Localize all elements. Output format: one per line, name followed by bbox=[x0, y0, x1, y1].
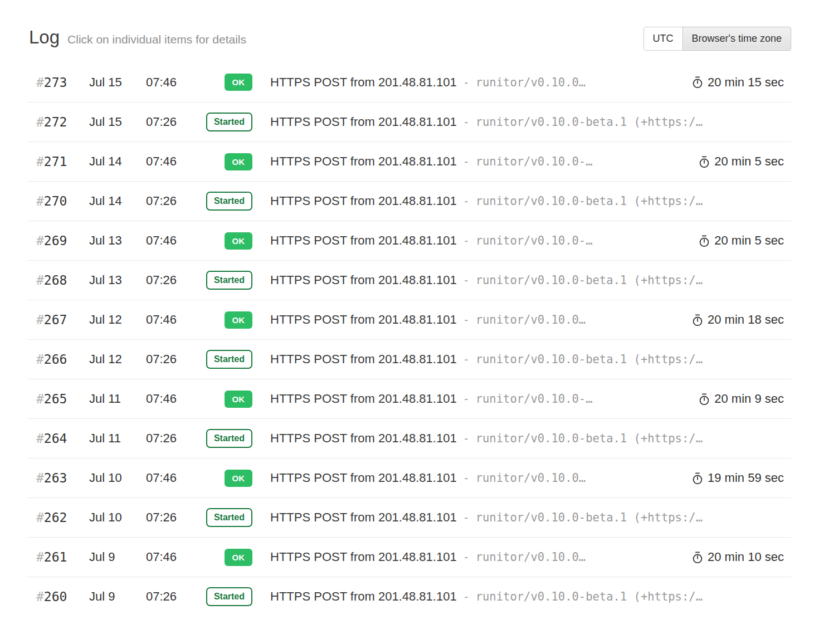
row-date: Jul 9 bbox=[81, 550, 138, 564]
row-description: HTTPS POST from 201.48.81.101-runitor/v0… bbox=[270, 115, 791, 129]
row-number-hash: # bbox=[36, 471, 44, 485]
stopwatch-icon bbox=[698, 393, 710, 406]
log-row[interactable]: #270 Jul 14 07:26 Started HTTPS POST fro… bbox=[28, 181, 791, 221]
row-separator: - bbox=[463, 194, 470, 208]
row-date: Jul 12 bbox=[81, 313, 138, 327]
row-time: 07:46 bbox=[138, 550, 195, 564]
log-row[interactable]: #261 Jul 9 07:46 OK HTTPS POST from 201.… bbox=[28, 537, 791, 577]
row-number: #267 bbox=[28, 313, 81, 327]
row-time: 07:46 bbox=[138, 471, 195, 485]
row-number-value: 266 bbox=[44, 352, 67, 367]
row-separator: - bbox=[463, 274, 470, 287]
row-agent: runitor/v0.10.0… bbox=[476, 471, 586, 485]
row-message: HTTPS POST from 201.48.81.101 bbox=[270, 313, 457, 327]
row-date: Jul 10 bbox=[81, 510, 138, 525]
row-number-value: 262 bbox=[44, 510, 67, 525]
log-list: #273 Jul 15 07:46 OK HTTPS POST from 201… bbox=[28, 62, 791, 616]
stopwatch-icon bbox=[691, 551, 704, 564]
log-row[interactable]: #263 Jul 10 07:46 OK HTTPS POST from 201… bbox=[28, 458, 791, 497]
row-number-hash: # bbox=[36, 550, 44, 564]
row-number-value: 272 bbox=[44, 115, 67, 129]
row-time: 07:46 bbox=[138, 392, 195, 406]
row-time: 07:26 bbox=[138, 510, 195, 525]
row-message: HTTPS POST from 201.48.81.101 bbox=[270, 471, 457, 485]
status-badge: Started bbox=[206, 192, 252, 211]
row-separator: - bbox=[463, 511, 470, 524]
row-number-value: 270 bbox=[44, 194, 67, 208]
row-time: 07:46 bbox=[138, 233, 195, 248]
status-badge: OK bbox=[225, 549, 253, 566]
row-date: Jul 13 bbox=[81, 233, 138, 248]
row-number-hash: # bbox=[36, 75, 44, 90]
row-number-value: 267 bbox=[44, 313, 67, 327]
log-row[interactable]: #271 Jul 14 07:46 OK HTTPS POST from 201… bbox=[28, 142, 791, 181]
log-row[interactable]: #273 Jul 15 07:46 OK HTTPS POST from 201… bbox=[28, 62, 791, 102]
row-badge-cell: OK bbox=[195, 232, 252, 250]
row-separator: - bbox=[463, 353, 470, 366]
log-page: Log Click on individual items for detail… bbox=[0, 0, 819, 644]
row-number-hash: # bbox=[36, 589, 44, 604]
row-date: Jul 15 bbox=[81, 115, 138, 129]
log-row[interactable]: #269 Jul 13 07:46 OK HTTPS POST from 201… bbox=[28, 221, 791, 260]
status-badge: OK bbox=[225, 232, 253, 250]
log-row[interactable]: #267 Jul 12 07:46 OK HTTPS POST from 201… bbox=[28, 300, 791, 339]
row-date: Jul 11 bbox=[81, 431, 138, 446]
row-message: HTTPS POST from 201.48.81.101 bbox=[270, 75, 457, 90]
row-description: HTTPS POST from 201.48.81.101-runitor/v0… bbox=[270, 273, 791, 287]
row-agent: runitor/v0.10.0-… bbox=[476, 155, 593, 168]
row-time: 07:46 bbox=[138, 154, 195, 169]
row-number-hash: # bbox=[36, 392, 44, 406]
page-title: Log bbox=[29, 27, 60, 48]
row-badge-cell: OK bbox=[195, 391, 252, 408]
row-date: Jul 13 bbox=[81, 273, 138, 287]
utc-button[interactable]: UTC bbox=[644, 27, 683, 51]
row-description: HTTPS POST from 201.48.81.101-runitor/v0… bbox=[270, 431, 791, 446]
row-description: HTTPS POST from 201.48.81.101-runitor/v0… bbox=[270, 471, 684, 485]
row-agent: runitor/v0.10.0-beta.1 (+https:/… bbox=[476, 115, 703, 129]
row-description: HTTPS POST from 201.48.81.101-runitor/v0… bbox=[270, 392, 690, 406]
row-badge-cell: OK bbox=[195, 549, 252, 566]
row-number: #271 bbox=[28, 154, 81, 169]
row-message: HTTPS POST from 201.48.81.101 bbox=[270, 431, 457, 446]
row-description: HTTPS POST from 201.48.81.101-runitor/v0… bbox=[270, 589, 791, 604]
row-badge-cell: Started bbox=[195, 192, 252, 211]
log-row[interactable]: #265 Jul 11 07:46 OK HTTPS POST from 201… bbox=[28, 379, 791, 418]
row-number-hash: # bbox=[36, 352, 44, 367]
row-time: 07:26 bbox=[138, 115, 195, 129]
row-time: 07:26 bbox=[138, 589, 195, 604]
row-duration: 20 min 5 sec bbox=[698, 233, 791, 248]
row-duration: 20 min 5 sec bbox=[698, 154, 791, 169]
row-message: HTTPS POST from 201.48.81.101 bbox=[270, 550, 457, 564]
row-number-hash: # bbox=[36, 510, 44, 525]
row-description: HTTPS POST from 201.48.81.101-runitor/v0… bbox=[270, 194, 791, 208]
status-badge: OK bbox=[225, 311, 253, 329]
browser-timezone-button[interactable]: Browser's time zone bbox=[682, 27, 792, 51]
row-duration: 20 min 18 sec bbox=[691, 313, 791, 327]
row-description: HTTPS POST from 201.48.81.101-runitor/v0… bbox=[270, 154, 690, 169]
row-number-hash: # bbox=[36, 273, 44, 287]
row-date: Jul 14 bbox=[81, 154, 138, 169]
row-date: Jul 12 bbox=[81, 352, 138, 367]
status-badge: Started bbox=[206, 429, 252, 448]
row-number: #269 bbox=[28, 233, 81, 248]
row-duration-text: 20 min 18 sec bbox=[708, 313, 784, 327]
log-row[interactable]: #260 Jul 9 07:26 Started HTTPS POST from… bbox=[28, 577, 791, 616]
log-row[interactable]: #264 Jul 11 07:26 Started HTTPS POST fro… bbox=[28, 418, 791, 458]
log-row[interactable]: #272 Jul 15 07:26 Started HTTPS POST fro… bbox=[28, 102, 791, 142]
log-row[interactable]: #266 Jul 12 07:26 Started HTTPS POST fro… bbox=[28, 339, 791, 379]
row-separator: - bbox=[463, 392, 470, 406]
row-time: 07:46 bbox=[138, 75, 195, 90]
row-number-value: 260 bbox=[44, 589, 67, 604]
row-message: HTTPS POST from 201.48.81.101 bbox=[270, 392, 457, 406]
log-row[interactable]: #262 Jul 10 07:26 Started HTTPS POST fro… bbox=[28, 497, 791, 537]
row-agent: runitor/v0.10.0-beta.1 (+https:/… bbox=[476, 511, 703, 524]
status-badge: Started bbox=[206, 113, 252, 131]
page-header: Log Click on individual items for detail… bbox=[28, 27, 791, 52]
row-description: HTTPS POST from 201.48.81.101-runitor/v0… bbox=[270, 313, 684, 327]
row-number: #260 bbox=[28, 589, 81, 604]
row-number: #270 bbox=[28, 194, 81, 208]
row-date: Jul 9 bbox=[81, 589, 138, 604]
row-message: HTTPS POST from 201.48.81.101 bbox=[270, 233, 457, 248]
log-row[interactable]: #268 Jul 13 07:26 Started HTTPS POST fro… bbox=[28, 260, 791, 300]
row-badge-cell: Started bbox=[195, 113, 252, 131]
